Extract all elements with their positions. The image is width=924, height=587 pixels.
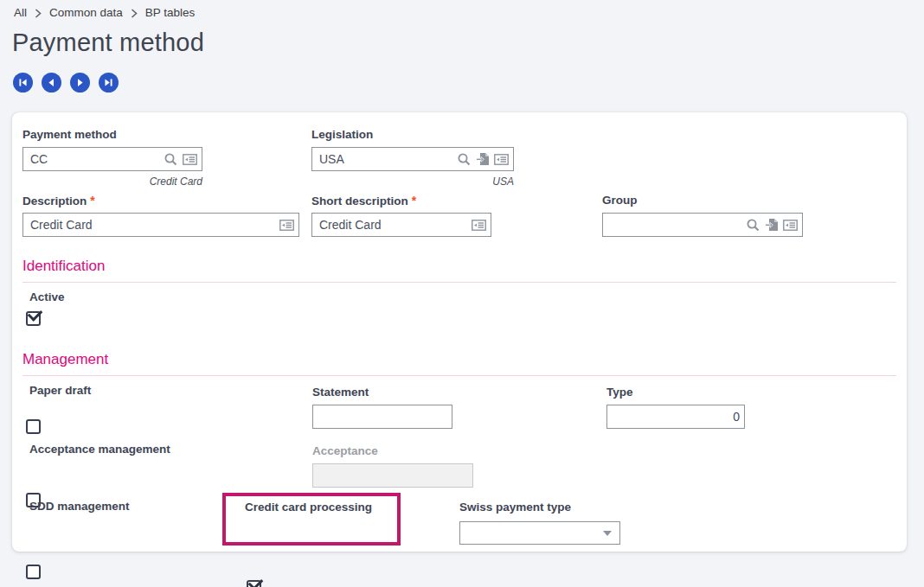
sdd-management-label: SDD management xyxy=(29,500,130,513)
chevron-right-icon xyxy=(35,8,42,18)
acceptance-label: Acceptance xyxy=(312,444,378,457)
payment-method-input[interactable] xyxy=(30,148,159,170)
section-divider xyxy=(22,282,896,283)
chevron-right-icon xyxy=(131,8,138,18)
chevron-down-icon xyxy=(603,531,612,536)
skip-to-last-icon xyxy=(102,76,115,89)
next-icon xyxy=(74,76,87,89)
page-title: Payment method xyxy=(12,29,204,57)
group-input[interactable] xyxy=(610,214,741,236)
selection-actions-icon[interactable] xyxy=(279,220,294,231)
legislation-input[interactable] xyxy=(319,148,452,170)
search-icon[interactable] xyxy=(164,152,178,167)
credit-card-processing-label: Credit card processing xyxy=(245,501,372,514)
swiss-payment-type-label: Swiss payment type xyxy=(459,501,571,514)
group-field xyxy=(602,213,803,237)
breadcrumb-item-all[interactable]: All xyxy=(14,6,27,19)
short-description-label-text: Short description xyxy=(311,195,408,207)
description-input[interactable] xyxy=(30,214,275,236)
management-section-title: Management xyxy=(22,351,108,368)
credit-card-processing-checkbox[interactable] xyxy=(247,580,261,587)
group-label: Group xyxy=(602,194,638,207)
search-icon[interactable] xyxy=(457,152,472,167)
record-navigation xyxy=(13,73,119,93)
section-divider xyxy=(22,375,896,376)
first-record-button[interactable] xyxy=(13,73,33,93)
description-field xyxy=(22,213,299,237)
skip-to-first-icon xyxy=(16,76,29,89)
legislation-field xyxy=(311,147,514,171)
active-label: Active xyxy=(29,290,65,303)
breadcrumb-item-common-data[interactable]: Common data xyxy=(49,6,123,19)
go-to-detail-icon[interactable] xyxy=(476,152,490,166)
payment-method-field xyxy=(22,147,202,171)
acceptance-management-label: Acceptance management xyxy=(29,443,170,456)
required-asterisk: * xyxy=(90,194,94,207)
swiss-payment-type-select[interactable] xyxy=(459,521,620,545)
description-label-text: Description xyxy=(22,195,87,207)
selection-actions-icon[interactable] xyxy=(472,220,486,231)
legislation-helper-text: USA xyxy=(311,175,514,188)
statement-label: Statement xyxy=(312,386,369,399)
next-record-button[interactable] xyxy=(70,73,90,93)
payment-method-form-card: Payment method Credit Card Legislation U… xyxy=(12,112,907,552)
description-label: Description* xyxy=(22,194,95,207)
previous-record-button[interactable] xyxy=(42,73,61,93)
acceptance-input xyxy=(320,464,468,487)
selection-actions-icon[interactable] xyxy=(494,154,509,165)
required-asterisk: * xyxy=(412,194,416,207)
paper-draft-label: Paper draft xyxy=(29,384,91,397)
short-description-field xyxy=(311,213,491,237)
search-icon[interactable] xyxy=(746,218,760,233)
type-field xyxy=(606,405,745,429)
breadcrumb-item-bp-tables[interactable]: BP tables xyxy=(145,6,196,19)
short-description-input[interactable] xyxy=(319,214,467,236)
sdd-management-checkbox[interactable] xyxy=(26,565,41,579)
paper-draft-checkbox[interactable] xyxy=(26,419,41,434)
identification-section-title: Identification xyxy=(22,258,105,275)
active-checkbox[interactable] xyxy=(26,311,41,326)
last-record-button[interactable] xyxy=(99,73,119,93)
acceptance-field xyxy=(312,463,473,488)
type-label: Type xyxy=(606,386,633,399)
type-input[interactable] xyxy=(614,405,740,428)
payment-method-helper-text: Credit Card xyxy=(22,175,202,188)
go-to-detail-icon[interactable] xyxy=(765,218,779,232)
payment-method-label: Payment method xyxy=(22,128,117,141)
previous-icon xyxy=(45,76,58,89)
selection-actions-icon[interactable] xyxy=(183,154,197,165)
statement-field xyxy=(312,405,452,429)
legislation-label: Legislation xyxy=(311,128,373,141)
short-description-label: Short description* xyxy=(311,194,416,207)
statement-input[interactable] xyxy=(320,405,447,428)
selection-actions-icon[interactable] xyxy=(783,220,798,231)
breadcrumb: All Common data BP tables xyxy=(14,6,195,19)
